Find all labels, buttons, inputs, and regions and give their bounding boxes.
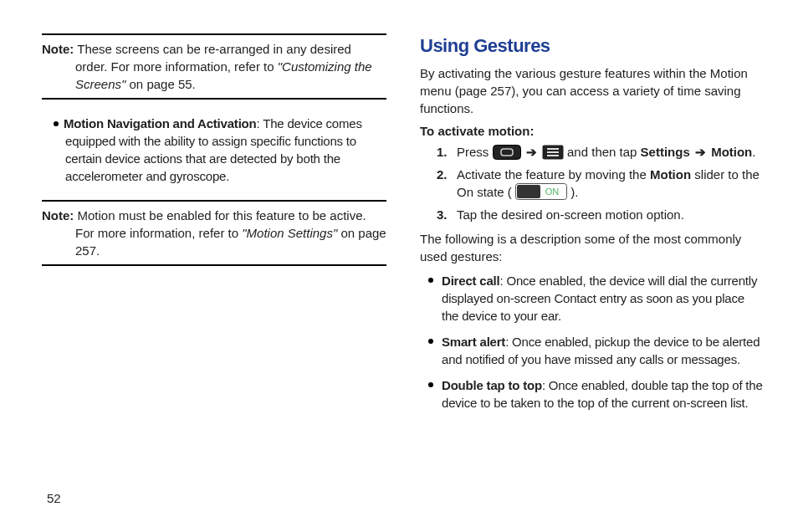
intro-paragraph: By activating the various gesture featur…	[420, 64, 765, 117]
step-1-num: 1.	[437, 143, 448, 161]
step-3: 3. Tap the desired on-screen motion opti…	[457, 206, 765, 223]
step-1-a: Press	[457, 145, 493, 159]
svg-rect-3	[547, 148, 559, 150]
activate-label: To activate motion:	[420, 122, 765, 140]
note-2-label: Note:	[42, 208, 74, 223]
svg-rect-4	[547, 151, 559, 153]
step-1-end: .	[752, 145, 755, 159]
bullet-icon	[54, 121, 59, 126]
home-button-icon	[493, 143, 521, 161]
feature-double-tap: Double tap to top: Once enabled, double …	[428, 376, 765, 412]
step-2-c: ).	[567, 185, 578, 199]
menu-button-icon	[542, 143, 564, 161]
steps-list: 1. Press ➔ and t	[420, 143, 765, 223]
step-2-motion: Motion	[650, 167, 691, 182]
step-1-b: and then tap	[567, 145, 641, 159]
step-3-num: 3.	[437, 206, 448, 223]
mid-paragraph: The following is a description some of t…	[420, 230, 765, 265]
note-1-label: Note:	[42, 42, 74, 56]
motion-nav-title: Motion Navigation and Activation	[64, 116, 257, 130]
feature-smart-alert: Smart alert: Once enabled, pickup the de…	[428, 333, 765, 368]
feature-double-tap-title: Double tap to top	[442, 378, 542, 392]
right-column: Using Gestures By activating the various…	[420, 33, 765, 507]
step-2: 2. Activate the feature by moving the Mo…	[457, 166, 765, 201]
arrow-icon-2: ➔	[693, 145, 708, 159]
step-1: 1. Press ➔ and t	[457, 143, 765, 161]
on-toggle-icon: ON	[515, 183, 567, 201]
feature-direct-call: Direct call: Once enabled, the device wi…	[428, 272, 765, 325]
note-2-ref: "Motion Settings"	[242, 226, 337, 240]
step-1-settings: Settings	[641, 145, 690, 159]
note-2-text: Note: Motion must be enabled for this fe…	[42, 207, 386, 259]
toggle-on-label: ON	[545, 187, 560, 197]
arrow-icon-1: ➔	[524, 145, 539, 159]
step-3-a: Tap the desired on-screen motion option.	[457, 207, 684, 222]
feature-list: Direct call: Once enabled, the device wi…	[420, 272, 765, 412]
page-number: 52	[47, 491, 61, 505]
note-box-1: Note: These screens can be re-arranged i…	[42, 33, 386, 100]
feature-smart-alert-title: Smart alert	[442, 335, 505, 349]
note-box-2: Note: Motion must be enabled for this fe…	[42, 200, 386, 266]
note-1-body-b: on page 55.	[125, 77, 195, 91]
section-heading: Using Gestures	[420, 33, 765, 59]
svg-rect-7	[517, 185, 540, 198]
step-2-num: 2.	[437, 166, 448, 183]
page: Note: These screens can be re-arranged i…	[0, 0, 798, 532]
step-1-motion: Motion	[711, 145, 752, 159]
feature-direct-call-title: Direct call	[442, 274, 500, 288]
svg-rect-0	[493, 145, 520, 159]
motion-nav-bullet: Motion Navigation and Activation: The de…	[42, 115, 386, 185]
note-1-text: Note: These screens can be re-arranged i…	[42, 40, 386, 93]
step-2-a: Activate the feature by moving the	[457, 167, 650, 182]
left-column: Note: These screens can be re-arranged i…	[42, 33, 386, 507]
svg-rect-5	[547, 155, 559, 156]
